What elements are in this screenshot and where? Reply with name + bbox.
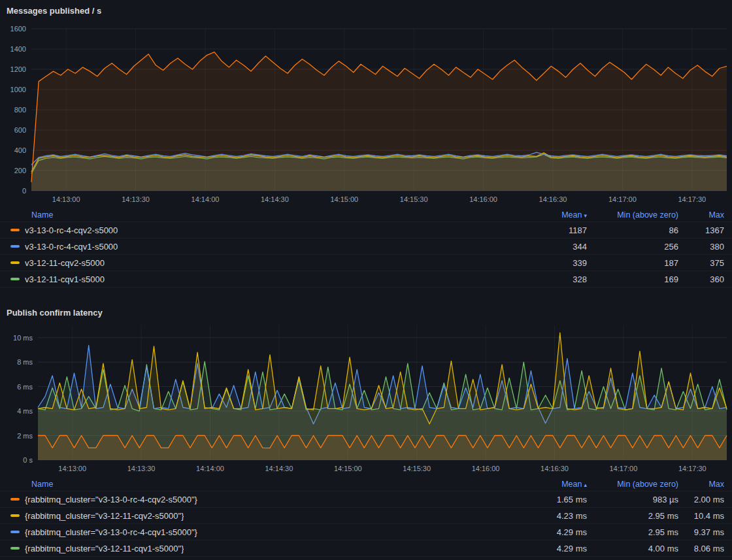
legend-publish-confirm-latency: Name Mean▴ Min (above zero) Max {rabbitm… [0, 477, 732, 557]
series-color-icon [10, 498, 20, 501]
series-max: 360 [678, 274, 724, 284]
series-name[interactable]: v3-12-11-cqv1-s5000 [25, 274, 105, 284]
series-min: 86 [587, 225, 678, 235]
legend-col-min[interactable]: Min (above zero) [587, 480, 678, 489]
legend-col-max[interactable]: Max [678, 210, 724, 220]
series-name[interactable]: v3-13-0-rc-4-cqv1-s5000 [25, 242, 118, 252]
legend-col-name[interactable]: Name [31, 480, 508, 489]
svg-text:14:15:30: 14:15:30 [403, 465, 431, 472]
series-color-icon [10, 514, 20, 517]
legend-row[interactable]: {rabbitmq_cluster="v3-12-11-cqv2-s5000"}… [0, 508, 732, 524]
legend-row[interactable]: {rabbitmq_cluster="v3-13-0-rc-4-cqv2-s50… [0, 491, 732, 508]
series-name[interactable]: {rabbitmq_cluster="v3-13-0-rc-4-cqv2-s50… [25, 495, 197, 504]
series-name[interactable]: {rabbitmq_cluster="v3-13-0-rc-4-cqv1-s50… [25, 527, 197, 537]
series-mean: 4.29 ms [508, 544, 587, 553]
series-name[interactable]: v3-12-11-cqv2-s5000 [25, 258, 105, 268]
svg-text:14:17:00: 14:17:00 [609, 465, 637, 472]
svg-text:200: 200 [14, 167, 26, 174]
svg-text:1600: 1600 [10, 25, 26, 33]
legend-row[interactable]: v3-12-11-cqv1-s5000 328 169 360 [0, 271, 732, 288]
series-color-icon [10, 229, 20, 231]
svg-text:14:13:00: 14:13:00 [58, 465, 86, 472]
svg-text:14:14:00: 14:14:00 [196, 465, 224, 472]
series-max: 375 [678, 258, 724, 268]
series-color-icon [10, 278, 20, 280]
legend-col-min[interactable]: Min (above zero) [587, 210, 678, 220]
svg-text:14:17:30: 14:17:30 [678, 195, 706, 203]
svg-text:14:16:30: 14:16:30 [539, 195, 567, 203]
messages-published-chart[interactable]: 0200400600800100012001400160014:13:0014:… [0, 18, 732, 208]
series-mean: 1.65 ms [508, 495, 587, 504]
svg-text:14:14:30: 14:14:30 [261, 195, 289, 203]
svg-text:0: 0 [22, 187, 26, 195]
svg-text:600: 600 [14, 126, 26, 134]
series-min: 983 µs [587, 495, 678, 504]
series-mean: 339 [508, 258, 587, 268]
series-max: 10.4 ms [678, 511, 724, 521]
svg-text:14:17:30: 14:17:30 [678, 465, 707, 472]
svg-text:400: 400 [14, 146, 26, 154]
svg-text:0 s: 0 s [23, 456, 33, 464]
svg-text:14:15:30: 14:15:30 [400, 195, 428, 203]
series-mean: 1187 [508, 225, 587, 235]
series-color-icon [10, 547, 20, 550]
svg-text:14:13:00: 14:13:00 [52, 195, 80, 203]
legend-header: Name Mean▾ Min (above zero) Max [0, 208, 732, 222]
series-name[interactable]: {rabbitmq_cluster="v3-12-11-cqv1-s5000"} [25, 544, 184, 553]
legend-col-name[interactable]: Name [31, 210, 508, 220]
svg-text:14:15:00: 14:15:00 [334, 465, 362, 472]
panel-title-messages-published[interactable]: Messages published / s [0, 0, 732, 18]
legend-messages-published: Name Mean▾ Min (above zero) Max v3-13-0-… [0, 208, 732, 288]
series-min: 2.95 ms [587, 511, 678, 521]
legend-row[interactable]: {rabbitmq_cluster="v3-12-11-cqv1-s5000"}… [0, 540, 732, 557]
svg-text:14:13:30: 14:13:30 [127, 465, 156, 472]
series-max: 1367 [678, 225, 724, 235]
panel-title-publish-confirm-latency[interactable]: Publish confirm latency [0, 302, 732, 320]
publish-confirm-latency-chart[interactable]: 0 s2 ms4 ms6 ms8 ms10 ms14:13:0014:13:30… [0, 320, 732, 477]
series-max: 2.00 ms [678, 495, 724, 504]
panel-publish-confirm-latency: Publish confirm latency 0 s2 ms4 ms6 ms8… [0, 302, 732, 557]
series-color-icon [10, 261, 20, 264]
series-name[interactable]: {rabbitmq_cluster="v3-12-11-cqv2-s5000"} [25, 511, 184, 521]
svg-text:1400: 1400 [10, 45, 26, 53]
series-min: 256 [587, 242, 678, 252]
svg-text:10 ms: 10 ms [13, 334, 33, 342]
series-min: 169 [587, 274, 678, 284]
svg-text:14:15:00: 14:15:00 [330, 195, 358, 203]
svg-text:8 ms: 8 ms [17, 358, 33, 366]
series-name[interactable]: v3-13-0-rc-4-cqv2-s5000 [25, 225, 118, 235]
svg-text:14:14:00: 14:14:00 [191, 195, 220, 203]
legend-col-mean[interactable]: Mean▾ [508, 210, 587, 220]
svg-text:800: 800 [14, 106, 26, 114]
svg-text:4 ms: 4 ms [17, 407, 33, 415]
series-max: 380 [678, 242, 724, 252]
series-mean: 4.29 ms [508, 527, 587, 537]
legend-col-mean[interactable]: Mean▴ [508, 480, 587, 489]
series-mean: 328 [508, 274, 587, 284]
svg-text:14:16:00: 14:16:00 [472, 465, 500, 472]
svg-text:1000: 1000 [10, 86, 26, 93]
svg-text:14:16:00: 14:16:00 [469, 195, 497, 203]
legend-row[interactable]: v3-13-0-rc-4-cqv1-s5000 344 256 380 [0, 239, 732, 255]
series-min: 4.00 ms [587, 544, 678, 553]
legend-row[interactable]: v3-12-11-cqv2-s5000 339 187 375 [0, 255, 732, 271]
svg-text:1200: 1200 [10, 65, 26, 73]
series-color-icon [10, 531, 20, 533]
svg-text:14:14:30: 14:14:30 [265, 465, 293, 472]
panel-messages-published: Messages published / s 02004006008001000… [0, 0, 732, 288]
svg-text:2 ms: 2 ms [17, 432, 33, 440]
legend-row[interactable]: {rabbitmq_cluster="v3-13-0-rc-4-cqv1-s50… [0, 524, 732, 540]
svg-text:14:16:30: 14:16:30 [541, 465, 569, 472]
series-max: 8.06 ms [678, 544, 724, 553]
legend-row[interactable]: v3-13-0-rc-4-cqv2-s5000 1187 86 1367 [0, 222, 732, 239]
series-min: 2.95 ms [587, 527, 678, 537]
svg-text:6 ms: 6 ms [17, 383, 33, 391]
series-max: 9.37 ms [678, 527, 724, 537]
legend-col-max[interactable]: Max [678, 480, 724, 489]
svg-text:14:13:30: 14:13:30 [122, 195, 150, 203]
legend-header: Name Mean▴ Min (above zero) Max [0, 477, 732, 491]
svg-text:14:17:00: 14:17:00 [608, 195, 637, 203]
series-mean: 4.23 ms [508, 511, 587, 521]
series-min: 187 [587, 258, 678, 268]
series-color-icon [10, 245, 20, 248]
